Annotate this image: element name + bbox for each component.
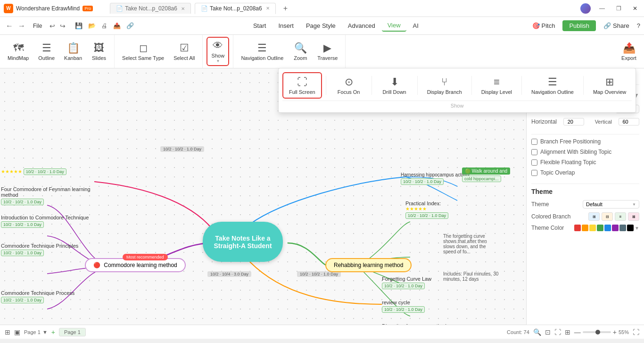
color-blue[interactable]: [604, 225, 611, 231]
zoom-level: 55%: [619, 329, 629, 335]
user-avatar[interactable]: [580, 3, 591, 14]
branch-opt-2[interactable]: ⊟: [602, 212, 613, 221]
menu-page-style[interactable]: Page Style: [300, 20, 341, 31]
color-black[interactable]: [627, 225, 634, 231]
fit-view-icon[interactable]: 🔍: [533, 328, 541, 336]
view-mode-icon[interactable]: ⊞: [565, 328, 570, 336]
undo-button[interactable]: ↩: [48, 21, 57, 31]
close-button[interactable]: ✕: [630, 5, 640, 12]
drill-down-button[interactable]: ⬇ Drill Down: [376, 73, 413, 98]
maximize-button[interactable]: ❐: [613, 5, 624, 12]
file-menu[interactable]: File: [29, 21, 46, 31]
forward-button[interactable]: →: [16, 21, 27, 31]
mindmap-view-button[interactable]: 🗺 MindMap: [4, 37, 33, 66]
zoom-icon: 🔍: [294, 42, 307, 54]
stars-left: ★★★★★: [1, 169, 22, 174]
pitch-action[interactable]: 🎯 Pitch: [532, 22, 555, 29]
share-action[interactable]: 🔗 Share: [603, 22, 629, 29]
full-screen-button[interactable]: ⛶ Full Screen: [282, 72, 322, 99]
show-button[interactable]: 👁 Show ▼: [206, 37, 229, 66]
branch-opt-3[interactable]: ≡: [615, 212, 626, 221]
theme-dropdown[interactable]: Default ▼: [583, 200, 639, 209]
fullscreen-status-button[interactable]: ⛶: [633, 328, 639, 336]
publish-button[interactable]: Publish: [562, 20, 596, 31]
walk-around-content: 🟢 Walk around and cold hippocampi...: [462, 167, 526, 182]
flexible-label: Flexible Floating Topic: [540, 159, 596, 166]
open-icon[interactable]: 📂: [86, 21, 98, 30]
branch-opt-4[interactable]: ⊠: [628, 212, 639, 221]
minimize-button[interactable]: —: [596, 5, 608, 12]
layout-view-icon[interactable]: ▣: [14, 328, 20, 336]
export-button[interactable]: 📤 Export: [618, 37, 640, 66]
slides-view-button[interactable]: 🖼 Slides: [88, 37, 110, 66]
tab-close-1[interactable]: ✕: [181, 6, 185, 11]
show-dropdown-arrow: ▼: [216, 59, 220, 63]
color-purple[interactable]: [612, 225, 619, 231]
color-orange[interactable]: [582, 225, 588, 231]
outline-view-button[interactable]: ☰ Outline: [34, 37, 58, 66]
display-branch-button[interactable]: ⑂ Display Branch: [421, 73, 468, 98]
traverse-button[interactable]: ▶ Traverse: [314, 37, 341, 66]
central-topic[interactable]: Take Notes Like aStraight-A Student: [203, 222, 283, 262]
tab-file1[interactable]: 📄 Take Not...p_0208a6 ✕: [110, 3, 191, 14]
print-icon[interactable]: 🖨: [99, 21, 109, 30]
nav-outline-dropdown-button[interactable]: ☰ Navigation Outline: [526, 73, 579, 98]
export-icon[interactable]: 📤: [111, 21, 123, 30]
menu-advanced[interactable]: Advanced: [342, 20, 381, 31]
focus-on-button[interactable]: ⊙ Focus On: [330, 73, 368, 98]
review-cycle: review cycle 10/2 · 10/2 · 1.0 Day: [382, 300, 425, 313]
branch-opt-1[interactable]: ⊞: [588, 212, 600, 221]
zoom-slider[interactable]: [583, 331, 611, 333]
display-level-button[interactable]: ≡ Display Level: [476, 73, 518, 98]
color-red[interactable]: [574, 225, 581, 231]
share-local-icon[interactable]: 🔗: [124, 21, 136, 30]
diversity-text: Diversity of memory methods: [382, 323, 449, 325]
zoom-plus-button[interactable]: +: [613, 328, 617, 336]
color-gray[interactable]: [619, 225, 626, 231]
color-green[interactable]: [597, 225, 603, 231]
add-page-button[interactable]: +: [51, 328, 55, 336]
mindmap-icon: 🗺: [13, 42, 24, 54]
page-label: Page 1: [24, 329, 41, 335]
color-more-arrow[interactable]: ▼: [635, 226, 639, 231]
horizontal-input[interactable]: [563, 118, 584, 125]
redo-button[interactable]: ↪: [58, 21, 67, 31]
full-screen-status-icon[interactable]: ⛶: [554, 328, 561, 336]
slides-label: Slides: [92, 55, 106, 61]
nav-outline-button[interactable]: ☰ Navigation Outline: [237, 37, 287, 66]
alignment-checkbox[interactable]: [531, 149, 537, 155]
select-all-button[interactable]: ☑ Select All: [170, 37, 198, 66]
process-tag: 10/2 · 10/2 · 1.0 Day: [1, 297, 44, 303]
kanban-view-button[interactable]: 📋 Kanban: [60, 37, 86, 66]
zoom-minus-button[interactable]: —: [574, 328, 581, 336]
fit-page-icon[interactable]: ⊞: [5, 328, 10, 336]
slides-icon: 🖼: [94, 42, 104, 54]
menu-start[interactable]: Start: [248, 20, 272, 31]
back-button[interactable]: ←: [4, 21, 15, 31]
help-action[interactable]: ?: [637, 22, 640, 29]
color-yellow[interactable]: [589, 225, 596, 231]
timeline-tag-2: 10/2 · 10/4 · 3.0 Day: [207, 271, 251, 277]
subtopic-intro: Introduction to Commodore Technique 10/2…: [1, 215, 89, 228]
branch-free-checkbox[interactable]: [531, 139, 537, 145]
tab-file2[interactable]: 📄 Take Not...p_0208a6 ✕: [195, 3, 276, 14]
zoom-button[interactable]: 🔍 Zoom: [289, 37, 312, 66]
menu-ai[interactable]: AI: [407, 20, 424, 31]
menu-view[interactable]: View: [382, 20, 406, 32]
map-overview-button[interactable]: ⊞ Map Overview: [587, 73, 632, 98]
flexible-checkbox[interactable]: [531, 159, 537, 166]
topic-rehabbing[interactable]: Rehabbing learning method: [325, 258, 412, 272]
new-tab-button[interactable]: +: [280, 4, 291, 13]
timeline-tag-1: 10/2 · 10/2 · 1.0 Day: [160, 146, 204, 152]
select-same-type-button[interactable]: ◻ Select Same Type: [118, 37, 168, 66]
save-icon[interactable]: 💾: [73, 21, 84, 30]
subtopic-principles: Commodore Technique Principles 10/2 · 10…: [1, 243, 78, 256]
vertical-input[interactable]: [619, 118, 639, 125]
menu-insert[interactable]: Insert: [272, 20, 299, 31]
page-dropdown-arrow[interactable]: ▼: [42, 329, 48, 335]
current-page-tab[interactable]: Page 1: [59, 328, 86, 336]
normal-view-icon[interactable]: ⊡: [545, 328, 551, 336]
overlap-checkbox[interactable]: [531, 170, 537, 176]
tab-close-2[interactable]: ✕: [266, 6, 270, 11]
right-subtopic-1: Practical Index: ★★★★★ 10/2 · 10/2 · 1.0…: [405, 201, 448, 219]
